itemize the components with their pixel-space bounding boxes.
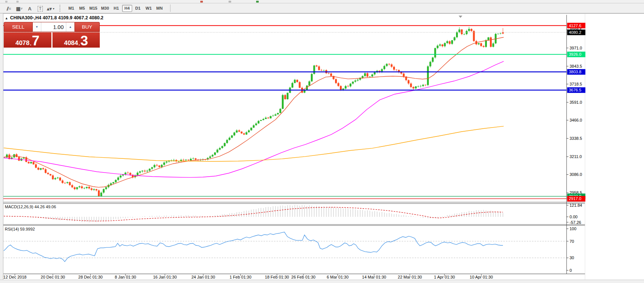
candle-body <box>393 67 395 70</box>
candle-body <box>362 76 364 78</box>
timeframe-button-mn[interactable]: MN <box>154 5 165 12</box>
timeframe-button-m30[interactable]: M30 <box>99 5 110 12</box>
candle-body <box>388 64 390 64</box>
candle-body <box>192 158 194 159</box>
price-badge-label: 3926.0 <box>569 52 581 57</box>
candle-body <box>316 65 318 66</box>
timeframe-button-m1[interactable]: M1 <box>66 5 76 12</box>
drawing-tools-group: ⫽E▦FAT▴▾▾ <box>4 4 56 12</box>
candle-body <box>391 64 393 67</box>
candle-body <box>420 86 422 86</box>
candle-body <box>238 131 240 132</box>
date-label: 14 Mar 01:30 <box>362 275 386 279</box>
candle-body <box>112 182 114 183</box>
candle-body <box>463 34 465 35</box>
candle-body <box>427 66 429 85</box>
candle-body <box>74 187 76 189</box>
toolbar-grip[interactable] <box>60 5 63 12</box>
price-badge-label: 4080.2 <box>569 30 581 35</box>
price-tick-label: 3843.5 <box>570 64 582 68</box>
candle-body <box>313 65 315 74</box>
candle-body <box>224 143 226 146</box>
candle-body <box>243 134 245 135</box>
candle-body <box>444 43 446 46</box>
candle-body <box>272 116 274 116</box>
rsi-indicator-label: RSI(14) 59.9992 <box>5 227 35 231</box>
candle-body <box>120 176 122 177</box>
text-tool-icon[interactable]: A <box>25 4 35 12</box>
candle-body <box>229 138 230 140</box>
one-click-trading-panel: SELL ▼ ▲ BUY 4078.7 4084.3 <box>4 22 100 48</box>
sell-button[interactable]: SELL <box>4 22 33 32</box>
candle-body <box>490 38 492 47</box>
candle-body <box>439 45 441 46</box>
partial-icon-mark <box>200 1 203 3</box>
price-badge-label: 3676.5 <box>569 88 581 92</box>
sell-price-tile[interactable]: 4078.7 <box>4 32 51 48</box>
candle-body <box>209 157 211 158</box>
volume-increase-button[interactable]: ▲ <box>66 22 74 32</box>
timeframe-button-m15[interactable]: M15 <box>88 5 99 12</box>
buy-button[interactable]: BUY <box>74 22 100 32</box>
candle-body <box>151 167 153 169</box>
arrows-tool-icon[interactable]: ▴▾▾ <box>45 4 56 12</box>
candle-body <box>163 163 165 165</box>
chart-title[interactable]: ▲CHINA300-,H4 4071.8 4109.9 4067.2 4080.… <box>5 15 103 20</box>
candle-body <box>64 183 66 183</box>
candle-body <box>231 135 233 138</box>
timeframe-button-w1[interactable]: W1 <box>144 5 154 12</box>
candle-body <box>350 84 351 86</box>
candle-body <box>328 73 330 74</box>
timeframe-button-h1[interactable]: H1 <box>111 5 121 12</box>
partial-icon-mark <box>256 1 259 3</box>
candle-body <box>154 165 156 167</box>
candle-body <box>236 131 238 133</box>
candle-body <box>45 169 47 173</box>
candle-body <box>144 171 146 171</box>
channels-tool-icon[interactable]: ⫽E <box>4 4 14 12</box>
candle-body <box>275 115 277 116</box>
panel-splitter[interactable] <box>3 202 585 204</box>
price-tick-label: 3466.0 <box>570 118 582 122</box>
fibonacci-tool-icon[interactable]: ▦F <box>14 4 25 12</box>
candle-body <box>408 80 409 84</box>
candle-body <box>98 190 100 196</box>
price-tick-label: 3338.5 <box>570 136 582 141</box>
candle-body <box>246 132 248 135</box>
date-label: 28 Dec 01:30 <box>78 275 102 279</box>
candle-body <box>141 171 143 171</box>
buy-price-dot: . <box>79 41 80 47</box>
date-label: 24 Jan 01:30 <box>191 275 215 279</box>
timeframe-button-h4[interactable]: H4 <box>122 5 132 12</box>
candle-body <box>40 168 42 170</box>
toolbar-separator <box>170 4 170 12</box>
candle-body <box>449 41 451 44</box>
timeframe-button-m5[interactable]: M5 <box>77 5 87 12</box>
candle-body <box>441 45 443 46</box>
candle-body <box>52 176 54 179</box>
timeframe-button-d1[interactable]: D1 <box>133 5 143 12</box>
candle-body <box>253 125 255 128</box>
price-tick-label: 3718.5 <box>570 82 582 86</box>
candle-body <box>488 38 490 40</box>
candle-body <box>478 43 480 44</box>
collapse-triangle-icon[interactable]: ▲ <box>5 16 8 20</box>
candle-body <box>265 118 267 119</box>
candle-body <box>50 174 51 176</box>
volume-input[interactable] <box>41 22 66 32</box>
date-label: 18 Feb 01:30 <box>265 275 289 279</box>
buy-price-tile[interactable]: 4084.3 <box>52 32 100 48</box>
candle-body <box>422 85 424 86</box>
volume-stepper: ▼ ▲ <box>33 22 74 32</box>
label-tool-icon[interactable]: T <box>35 4 45 12</box>
candle-body <box>76 187 78 189</box>
candle-body <box>277 113 279 115</box>
candle-body <box>130 173 131 175</box>
price-badge-label: 4127.6 <box>569 23 581 28</box>
volume-decrease-button[interactable]: ▼ <box>33 22 41 32</box>
candle-body <box>335 79 337 83</box>
date-label: 6 Mar 01:30 <box>327 275 349 279</box>
chart-symbol: CHINA300-,H4 <box>10 15 41 20</box>
macd-indicator-label: MACD(12,26,9) 44.26 49.06 <box>5 205 56 209</box>
candle-body <box>372 74 373 76</box>
